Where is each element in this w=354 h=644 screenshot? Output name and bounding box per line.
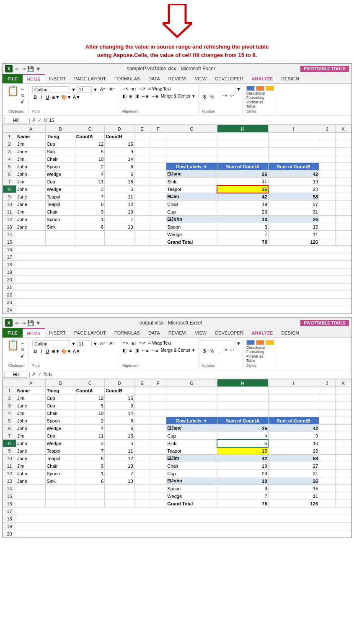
cell-J12-1[interactable] xyxy=(319,216,335,223)
cell2-D3[interactable]: 9 xyxy=(105,402,134,410)
cell-D15-1[interactable] xyxy=(105,238,134,246)
align-right-2[interactable]: ◨ xyxy=(134,347,140,353)
cell2-K4[interactable] xyxy=(335,410,351,417)
cell-A15-1[interactable] xyxy=(16,238,46,246)
cell-H14-1[interactable]: 7 xyxy=(217,231,268,238)
cell-A7-1[interactable]: Jim xyxy=(16,178,46,185)
cell-K10-1[interactable] xyxy=(335,201,351,208)
cell2-K16[interactable] xyxy=(335,500,351,507)
cell2-E16[interactable] xyxy=(134,500,150,507)
cell-G6-1[interactable]: ⊟Jane xyxy=(166,170,217,178)
tab-review-1[interactable]: REVIEW xyxy=(164,74,191,83)
cell-E13-1[interactable] xyxy=(134,223,150,231)
align-center-2[interactable]: ≡ xyxy=(128,348,132,353)
cell-J15-1[interactable] xyxy=(319,238,335,246)
cell-E11-1[interactable] xyxy=(134,208,150,216)
font-size-input-2[interactable] xyxy=(77,340,92,347)
cell-F7-1[interactable] xyxy=(150,178,166,185)
cell-I14-1[interactable]: 11 xyxy=(268,231,319,238)
col-I-header-1[interactable]: I xyxy=(268,125,319,133)
cell-G11-1[interactable]: Cup xyxy=(166,208,217,216)
cell-A14-1[interactable] xyxy=(16,231,46,238)
decrease-indent-1[interactable]: ←≡ xyxy=(140,93,149,99)
cell-D8-1[interactable]: 5 xyxy=(105,185,134,193)
col-I-header-2[interactable]: I xyxy=(268,379,319,387)
cell-F3-1[interactable] xyxy=(150,148,166,155)
cell2-E1[interactable] xyxy=(134,387,150,394)
col-E-header-2[interactable]: E xyxy=(134,379,150,387)
cell-I4-1[interactable] xyxy=(268,155,319,163)
dollar-btn-2[interactable]: $ xyxy=(202,348,207,354)
cell-D12-1[interactable]: 7 xyxy=(105,216,134,223)
cell-J4-1[interactable] xyxy=(319,155,335,163)
cell2-H7[interactable]: 5 xyxy=(217,432,268,440)
cell2-E13[interactable] xyxy=(134,477,150,485)
cell-J3-1[interactable] xyxy=(319,148,335,155)
cell2-E14[interactable] xyxy=(134,485,150,492)
comma-btn-1[interactable]: , xyxy=(216,93,220,100)
cell-E14-1[interactable] xyxy=(134,231,150,238)
cell2-B9[interactable]: Teapot xyxy=(46,447,75,455)
cell2-D9[interactable]: 11 xyxy=(105,447,134,455)
tab-design-2[interactable]: DESIGN xyxy=(277,328,303,337)
cell-empty-22[interactable] xyxy=(16,291,351,299)
cell-C6-1[interactable]: 4 xyxy=(75,170,104,178)
cell2-I12[interactable]: 31 xyxy=(268,470,319,477)
cell2-F2[interactable] xyxy=(150,394,166,402)
cell-A11-1[interactable]: Jim xyxy=(16,208,46,216)
cell-empty-20[interactable] xyxy=(16,276,351,283)
align-top-left-2[interactable]: ≡↖ xyxy=(121,340,129,346)
cell-H9-1[interactable]: 42 xyxy=(217,193,268,201)
cell2-J16[interactable] xyxy=(319,500,335,507)
tab-data-1[interactable]: DATA xyxy=(144,74,164,83)
cell2-I11[interactable]: 27 xyxy=(268,462,319,470)
cell-F15-1[interactable] xyxy=(150,238,166,246)
cell-I2-1[interactable] xyxy=(268,140,319,148)
cell2-F1[interactable] xyxy=(150,387,166,394)
increase-decimal-2[interactable]: ⁰⁺ xyxy=(229,347,236,354)
cell2-A10[interactable]: Jane xyxy=(16,455,46,462)
cell-A2-1[interactable]: Jim xyxy=(16,140,46,148)
cell-F4-1[interactable] xyxy=(150,155,166,163)
cell-G13-1[interactable]: Spoon xyxy=(166,223,217,231)
cell2-D11[interactable]: 13 xyxy=(105,462,134,470)
cell2-F4[interactable] xyxy=(150,410,166,417)
cell2-H2[interactable] xyxy=(217,394,268,402)
cell2-K11[interactable] xyxy=(335,462,351,470)
tab-page-layout-2[interactable]: PAGE LAYOUT xyxy=(70,328,110,337)
cell2-D8[interactable]: 5 xyxy=(105,440,134,447)
cell-F14-1[interactable] xyxy=(150,231,166,238)
col-J-header-1[interactable]: J xyxy=(319,125,335,133)
cell2-H10[interactable]: 42 xyxy=(217,455,268,462)
cell-C15-1[interactable] xyxy=(75,238,104,246)
cell2-C15[interactable] xyxy=(75,492,104,500)
cell2-F11[interactable] xyxy=(150,462,166,470)
cell2-E12[interactable] xyxy=(134,470,150,477)
cell2-E11[interactable] xyxy=(134,462,150,470)
cell2-J9[interactable] xyxy=(319,447,335,455)
cell-B12-1[interactable]: Spoon xyxy=(46,216,75,223)
cell2-K6[interactable] xyxy=(335,425,351,432)
tab-formulas-1[interactable]: FORMULAS xyxy=(110,74,144,83)
cell-B3-1[interactable]: Sink xyxy=(46,148,75,155)
cell2-G8[interactable]: Sink xyxy=(166,440,217,447)
cell-K8-1[interactable] xyxy=(335,185,351,193)
cell2-C8[interactable]: 3 xyxy=(75,440,104,447)
cell2-G1[interactable] xyxy=(166,387,217,394)
comma-btn-2[interactable]: , xyxy=(216,348,220,354)
cell2-D7[interactable]: 15 xyxy=(105,432,134,440)
cell2-H1[interactable] xyxy=(217,387,268,394)
cell2-G16[interactable]: Grand Total xyxy=(166,500,217,507)
cell-E1-1[interactable] xyxy=(134,133,150,140)
cell2-G5[interactable]: Row Labels ▼ xyxy=(166,417,217,425)
cell2-C10[interactable]: 8 xyxy=(75,455,104,462)
cell2-B6[interactable]: Wedge xyxy=(46,425,75,432)
col-D-header-1[interactable]: D xyxy=(105,125,134,133)
cell-ref-input-2[interactable] xyxy=(4,371,27,378)
cell2-H15[interactable]: 7 xyxy=(217,492,268,500)
cell2-A15[interactable] xyxy=(16,492,46,500)
cell2-A13[interactable]: Jane xyxy=(16,477,46,485)
tab-analyze-1[interactable]: ANALYZE xyxy=(248,74,277,83)
cell-B10-1[interactable]: Teapot xyxy=(46,201,75,208)
cell2-D13[interactable]: 10 xyxy=(105,477,134,485)
